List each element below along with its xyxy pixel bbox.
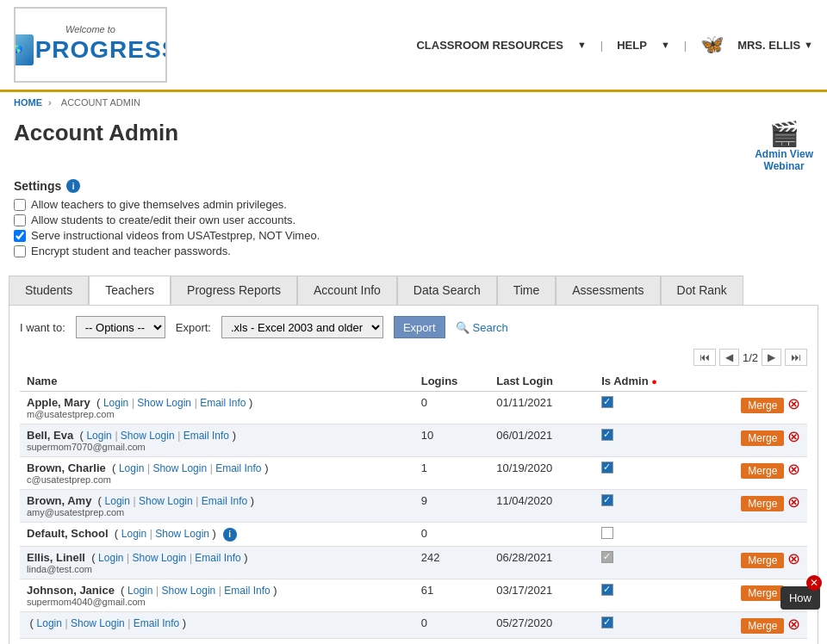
actions-cell: Merge ⊗ xyxy=(699,392,807,424)
want-to-label: I want to: xyxy=(20,321,65,334)
login-link[interactable]: Login xyxy=(127,585,152,597)
show-login-link[interactable]: Show Login xyxy=(139,495,193,507)
options-dropdown[interactable]: -- Options -- xyxy=(76,316,165,338)
name-cell: Ellis, Linell ( Login | Show Login | Ema… xyxy=(20,547,414,579)
email-info-link[interactable]: Email Info xyxy=(134,617,179,629)
logins-cell: 242 xyxy=(414,547,489,579)
col-last-login: Last Login xyxy=(489,371,594,392)
show-login-link[interactable]: Show Login xyxy=(152,462,207,474)
name-cell: Apple, Mary ( Login | Show Login | Email… xyxy=(20,392,414,424)
merge-button[interactable]: Merge xyxy=(741,398,784,413)
email-info-link[interactable]: Email Info xyxy=(200,397,246,409)
delete-button[interactable]: ⊗ xyxy=(787,494,800,510)
login-link[interactable]: Login xyxy=(37,617,62,629)
table-row: ( Login | Show Login | Email Info ) 0 05… xyxy=(20,612,807,639)
merge-button[interactable]: Merge xyxy=(741,496,784,511)
last-page-button[interactable]: ⏭ xyxy=(785,349,807,366)
login-link[interactable]: Login xyxy=(121,528,146,540)
name-cell: Default, School ( Login | Show Login ) i xyxy=(20,523,414,547)
settings-title-label: Settings xyxy=(14,179,61,193)
merge-button[interactable]: Merge xyxy=(741,618,784,634)
show-login-link[interactable]: Show Login xyxy=(71,617,125,629)
delete-button[interactable]: ⊗ xyxy=(787,616,800,632)
logins-cell: 61 xyxy=(414,579,489,612)
login-link[interactable]: Login xyxy=(98,552,123,564)
tab-teachers[interactable]: Teachers xyxy=(89,276,171,305)
login-link[interactable]: Login xyxy=(86,430,111,442)
email-info-link[interactable]: Email Info xyxy=(202,495,247,507)
logins-cell: 0 xyxy=(414,612,489,639)
login-link[interactable]: Login xyxy=(119,462,144,474)
logins-cell: 0 xyxy=(414,392,489,424)
user-name-link[interactable]: MRS. ELLIS xyxy=(737,39,800,52)
logins-cell: 1 xyxy=(414,457,489,490)
merge-button[interactable]: Merge xyxy=(741,585,784,601)
is-admin-cell xyxy=(594,612,698,639)
chat-close-button[interactable]: ✕ xyxy=(806,575,822,591)
delete-button[interactable]: ⊗ xyxy=(787,461,800,477)
row-info-icon[interactable]: i xyxy=(223,528,237,542)
settings-checkbox-4[interactable] xyxy=(14,245,26,257)
classroom-resources-link[interactable]: CLASSROOM RESOURCES xyxy=(416,39,563,52)
export-format-dropdown[interactable]: .xls - Excel 2003 and older .xlsx - Exce… xyxy=(221,316,383,338)
tab-progress-reports[interactable]: Progress Reports xyxy=(171,276,297,305)
admin-checkbox-checked xyxy=(601,584,613,596)
table-row: Default, School ( Login | Show Login ) i… xyxy=(20,523,807,547)
email-info-link[interactable]: Email Info xyxy=(195,552,240,564)
email-info-link[interactable]: Email Info xyxy=(215,462,261,474)
name-cell: Brown, Amy ( Login | Show Login | Email … xyxy=(20,490,414,523)
admin-checkbox-checked xyxy=(601,429,613,441)
settings-info-icon[interactable]: i xyxy=(66,179,80,193)
table-body: Apple, Mary ( Login | Show Login | Email… xyxy=(20,392,807,639)
login-link[interactable]: Login xyxy=(103,397,128,409)
user-menu[interactable]: MRS. ELLIS ▼ xyxy=(737,39,813,52)
delete-button[interactable]: ⊗ xyxy=(787,429,800,444)
table-row: Brown, Charlie ( Login | Show Login | Em… xyxy=(20,457,807,490)
help-link[interactable]: HELP xyxy=(617,39,647,52)
admin-checkbox-checked xyxy=(601,396,613,408)
email-info-link[interactable]: Email Info xyxy=(224,585,270,597)
actions-cell: Merge ⊗ xyxy=(699,612,807,639)
last-login-cell: 06/28/2021 xyxy=(489,547,594,579)
tab-students[interactable]: Students xyxy=(9,276,89,305)
email-info-link[interactable]: Email Info xyxy=(183,430,229,442)
login-link[interactable]: Login xyxy=(105,495,130,507)
show-login-link[interactable]: Show Login xyxy=(133,552,187,564)
merge-button[interactable]: Merge xyxy=(741,430,784,446)
show-login-link[interactable]: Show Login xyxy=(121,430,175,442)
settings-checkbox-3[interactable] xyxy=(14,230,26,242)
page-title: Account Admin xyxy=(14,120,178,146)
last-login-cell: 06/01/2021 xyxy=(489,424,594,457)
delete-button[interactable]: ⊗ xyxy=(787,396,800,412)
show-login-link[interactable]: Show Login xyxy=(162,585,216,597)
breadcrumb-current: ACCOUNT ADMIN xyxy=(61,97,140,108)
settings-checkbox-1[interactable] xyxy=(14,199,26,211)
first-page-button[interactable]: ⏮ xyxy=(693,349,716,366)
tabs-wrapper: Students Teachers Progress Reports Accou… xyxy=(0,276,827,644)
merge-button[interactable]: Merge xyxy=(741,463,784,479)
settings-item-3: Serve instructional videos from USATestp… xyxy=(14,229,813,242)
tab-dot-rank[interactable]: Dot Rank xyxy=(661,276,743,305)
last-login-cell: 05/27/2020 xyxy=(489,612,594,639)
show-login-link[interactable]: Show Login xyxy=(155,528,209,540)
delete-button[interactable]: ⊗ xyxy=(787,551,800,567)
admin-webinar-link[interactable]: 🎬 Admin ViewWebinar xyxy=(755,120,813,172)
table-row: Bell, Eva ( Login | Show Login | Email I… xyxy=(20,424,807,457)
tab-assessments[interactable]: Assessments xyxy=(556,276,660,305)
show-login-link[interactable]: Show Login xyxy=(137,397,191,409)
prev-page-button[interactable]: ◀ xyxy=(719,349,739,366)
tab-data-search[interactable]: Data Search xyxy=(397,276,497,305)
merge-button[interactable]: Merge xyxy=(741,553,784,568)
header: Welcome to 🌎 PROGRESS CLASSROOM RESOURCE… xyxy=(0,0,827,92)
logins-cell: 0 xyxy=(414,523,489,547)
tab-time[interactable]: Time xyxy=(497,276,557,305)
settings-list: Allow teachers to give themselves admin … xyxy=(14,198,813,257)
next-page-button[interactable]: ▶ xyxy=(762,349,781,366)
home-link[interactable]: HOME xyxy=(14,97,42,108)
name-cell: Bell, Eva ( Login | Show Login | Email I… xyxy=(20,424,414,457)
last-login-cell: 10/19/2020 xyxy=(489,457,594,490)
search-button[interactable]: 🔍 Search xyxy=(456,321,508,334)
tab-account-info[interactable]: Account Info xyxy=(297,276,397,305)
settings-checkbox-2[interactable] xyxy=(14,214,26,226)
export-button[interactable]: Export xyxy=(394,316,445,338)
